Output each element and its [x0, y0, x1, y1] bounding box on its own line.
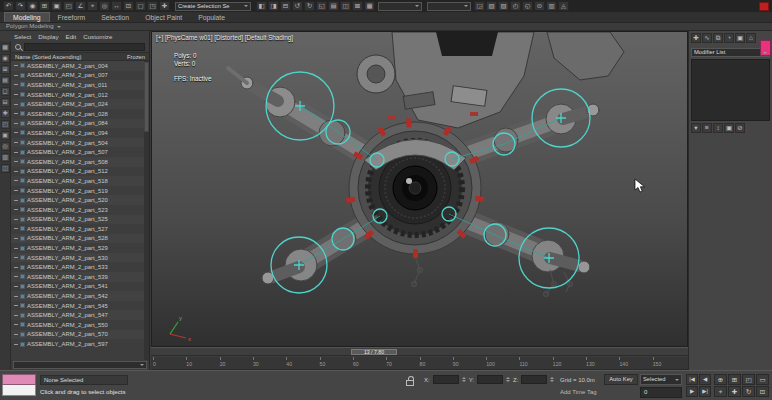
command-panel-tab-icon[interactable]: ∿: [702, 33, 712, 43]
listener-script-line[interactable]: [2, 385, 36, 396]
scrollbar-thumb[interactable]: [144, 62, 149, 132]
viewport[interactable]: x y [+] [PhysCame w01] [Distorted] [Defa…: [151, 31, 688, 347]
playback-button[interactable]: ▶: [686, 386, 698, 397]
playback-button[interactable]: ▶|: [699, 386, 711, 397]
explorer-footer-combo[interactable]: [13, 361, 147, 369]
toolbar-icon[interactable]: ◱: [316, 1, 327, 11]
toolbar-icon[interactable]: ▣: [51, 1, 62, 11]
selection-lock-icon[interactable]: [406, 380, 414, 386]
toolbar-icon[interactable]: ↔: [111, 1, 122, 11]
filter-icon[interactable]: ▥: [1, 153, 10, 162]
list-item[interactable]: ASSEMBLY_ARM_2_part_533: [11, 262, 149, 272]
list-item[interactable]: ASSEMBLY_ARM_2_part_529: [11, 243, 149, 253]
command-panel-tab-icon[interactable]: ◔: [724, 33, 734, 43]
list-item[interactable]: ASSEMBLY_ARM_2_part_570: [11, 330, 149, 340]
toolbar-icon[interactable]: ↻: [304, 1, 315, 11]
list-item[interactable]: ASSEMBLY_ARM_2_part_507: [11, 147, 149, 157]
modifier-stack[interactable]: [691, 59, 770, 121]
list-item[interactable]: ASSEMBLY_ARM_2_part_028: [11, 109, 149, 119]
list-item[interactable]: ASSEMBLY_ARM_2_part_542: [11, 291, 149, 301]
viewport-nav-icon[interactable]: ⊡: [756, 386, 769, 397]
ribbon-tab-selection[interactable]: Selection: [93, 13, 137, 22]
list-item[interactable]: ASSEMBLY_ARM_2_part_525: [11, 215, 149, 225]
toolbar-icon[interactable]: ◳: [147, 1, 158, 11]
viewport-nav-icon[interactable]: ▭: [756, 374, 769, 385]
menu-item[interactable]: Customize: [83, 33, 112, 40]
toolbar-icon[interactable]: ⊡: [123, 1, 134, 11]
stack-tool-icon[interactable]: ▾: [691, 123, 701, 133]
filter-icon[interactable]: ✚: [1, 109, 10, 118]
viewport-label[interactable]: [+] [PhysCame w01] [Distorted] [Default …: [156, 34, 293, 41]
column-header-frozen[interactable]: Frozen: [127, 54, 145, 60]
viewport-nav-icon[interactable]: ↻: [742, 386, 755, 397]
filter-icon[interactable]: ◫: [1, 164, 10, 173]
viewport-nav-icon[interactable]: ⊕: [714, 374, 727, 385]
ribbon-tab-object-paint[interactable]: Object Paint: [137, 13, 190, 22]
viewport-nav-icon[interactable]: ◰: [742, 374, 755, 385]
list-item[interactable]: ASSEMBLY_ARM_2_part_539: [11, 272, 149, 282]
list-item[interactable]: ASSEMBLY_ARM_2_part_011: [11, 80, 149, 90]
list-item[interactable]: ASSEMBLY_ARM_2_part_547: [11, 310, 149, 320]
command-panel-tab-icon[interactable]: ▣: [735, 33, 745, 43]
command-panel-tab-icon[interactable]: ✚: [691, 33, 701, 43]
list-item[interactable]: ASSEMBLY_ARM_2_part_597: [11, 339, 149, 349]
listener-macro-line[interactable]: [2, 374, 36, 385]
filter-icon[interactable]: ◉: [1, 54, 10, 63]
toolbar-icon[interactable]: ⊞: [39, 1, 50, 11]
filter-icon[interactable]: ◎: [1, 142, 10, 151]
list-item[interactable]: ASSEMBLY_ARM_2_part_528: [11, 234, 149, 244]
list-item[interactable]: ASSEMBLY_ARM_2_part_007: [11, 71, 149, 81]
current-frame-field[interactable]: 0: [640, 387, 682, 398]
time-slider-handle[interactable]: 13 / 7.80: [351, 349, 397, 355]
explorer-scrollbar[interactable]: [144, 61, 149, 360]
stack-tool-icon[interactable]: ↕: [713, 123, 723, 133]
modifier-list-dropdown[interactable]: Modifier List: [691, 48, 770, 57]
toolbar-icon[interactable]: ⊠: [352, 1, 363, 11]
auto-key-button[interactable]: Auto Key: [604, 374, 638, 385]
list-item[interactable]: ASSEMBLY_ARM_2_part_084: [11, 119, 149, 129]
toolbar-combo-1[interactable]: [378, 2, 422, 11]
filter-icon[interactable]: ▦: [1, 43, 10, 52]
stack-tool-icon[interactable]: ⊘: [735, 123, 745, 133]
list-item[interactable]: ASSEMBLY_ARM_2_part_512: [11, 167, 149, 177]
list-item[interactable]: ASSEMBLY_ARM_2_part_550: [11, 320, 149, 330]
toolbar-icon[interactable]: ∠: [75, 1, 86, 11]
toolbar-icon[interactable]: ◰: [63, 1, 74, 11]
list-item[interactable]: ASSEMBLY_ARM_2_part_508: [11, 157, 149, 167]
toolbar-icon[interactable]: ⊟: [280, 1, 291, 11]
named-selection-set-combo[interactable]: Create Selection Se: [175, 2, 251, 11]
menu-item[interactable]: Edit: [66, 33, 77, 40]
toolbar-icon[interactable]: ◵: [522, 1, 533, 11]
filter-icon[interactable]: ▣: [1, 131, 10, 140]
toolbar-icon[interactable]: ▦: [364, 1, 375, 11]
coord-spinner[interactable]: [550, 375, 554, 384]
toolbar-combo-2[interactable]: [427, 2, 471, 11]
toolbar-icon[interactable]: ▨: [498, 1, 509, 11]
toolbar-icon[interactable]: ◎: [99, 1, 110, 11]
toolbar-icon[interactable]: ⌖: [87, 1, 98, 11]
ribbon-tab-modeling[interactable]: Modeling: [4, 12, 50, 22]
add-time-tag[interactable]: Add Time Tag: [560, 389, 597, 395]
toolbar-icon[interactable]: ◬: [558, 1, 569, 11]
toolbar-icon[interactable]: ◉: [27, 1, 38, 11]
toolbar-icon[interactable]: ↶: [3, 1, 14, 11]
list-item[interactable]: ASSEMBLY_ARM_2_part_504: [11, 138, 149, 148]
toolbar-icon[interactable]: ◲: [474, 1, 485, 11]
ribbon-tab-freeform[interactable]: Freeform: [50, 13, 94, 22]
toolbar-icon[interactable]: ▤: [328, 1, 339, 11]
stack-tool-icon[interactable]: ▣: [724, 123, 734, 133]
list-item[interactable]: ASSEMBLY_ARM_2_part_530: [11, 253, 149, 263]
list-item[interactable]: ASSEMBLY_ARM_2_part_520: [11, 195, 149, 205]
menu-item[interactable]: Display: [38, 33, 58, 40]
playback-button[interactable]: ◀: [699, 374, 711, 385]
toolbar-icon[interactable]: ↺: [292, 1, 303, 11]
filter-icon[interactable]: ⊞: [1, 65, 10, 74]
maxscript-mini-listener[interactable]: [2, 374, 36, 398]
coord-input[interactable]: [521, 375, 547, 384]
ribbon-tab-populate[interactable]: Populate: [190, 13, 233, 22]
command-panel-tab-icon[interactable]: ⌂: [746, 33, 756, 43]
3d-scene[interactable]: x y: [152, 32, 688, 347]
key-mode-dropdown[interactable]: Selected: [640, 374, 682, 385]
coord-spinner[interactable]: [462, 375, 466, 384]
list-item[interactable]: ASSEMBLY_ARM_2_part_523: [11, 205, 149, 215]
